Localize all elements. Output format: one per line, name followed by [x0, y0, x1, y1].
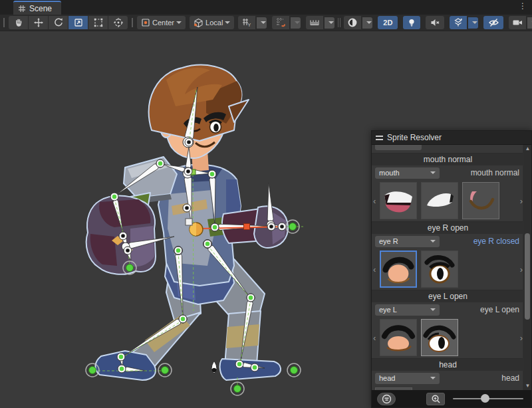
scroll-up-icon[interactable]: ▲	[523, 145, 531, 153]
orientation-dropdown[interactable]: Local	[190, 16, 234, 29]
scene-toolbar: Center Local Y 2D	[0, 15, 532, 31]
section-header-head: head	[372, 358, 524, 371]
render-doodads-button[interactable]	[344, 16, 361, 29]
head-value-label: head	[444, 373, 521, 383]
pivot-center-icon	[141, 18, 150, 27]
eye-r-thumbnails: ‹ ›	[372, 249, 524, 290]
head-category-dropdown[interactable]: head	[375, 373, 440, 384]
toolbar-drag-handle[interactable]	[3, 18, 5, 27]
gizmo-circle-icon	[347, 17, 358, 28]
thumbnail-mouth-open[interactable]	[380, 182, 417, 219]
thumbnail-mouth-smile[interactable]	[462, 182, 499, 219]
thumbnail-eye-l-open[interactable]	[421, 319, 458, 356]
effects-toggle-button[interactable]	[450, 16, 467, 29]
thumbnail-eye-r-closed[interactable]	[380, 251, 417, 288]
mouth-control-row: mouth mouth normal	[372, 165, 524, 180]
mouth-thumbnails: ‹ ›	[372, 180, 524, 221]
toolbar-drag-handle[interactable]	[338, 18, 340, 27]
effects-dropdown[interactable]	[468, 17, 478, 29]
render-doodads-dropdown[interactable]	[362, 17, 372, 29]
eye-slash-icon	[488, 17, 499, 28]
panel-body: mouth normal mouth mouth normal ‹ › eye …	[372, 145, 531, 407]
rect-tool-button[interactable]	[88, 16, 108, 29]
carousel-left-icon[interactable]: ‹	[373, 265, 376, 274]
chevron-down-icon	[176, 21, 182, 24]
camera-dropdown[interactable]	[527, 17, 532, 29]
local-cube-icon	[194, 18, 203, 28]
filter-icon	[382, 394, 392, 404]
panel-footer	[372, 390, 531, 407]
thumbnail-eye-l-closed[interactable]	[380, 319, 417, 356]
clipped-dropdown[interactable]	[375, 145, 422, 150]
tab-scene[interactable]: Scene	[13, 1, 61, 15]
grid-axis-icon: Y	[241, 17, 252, 28]
clipped-row	[372, 145, 524, 153]
grid-visibility-button[interactable]: Y	[238, 16, 255, 29]
transform-icon	[113, 17, 124, 28]
carousel-left-icon[interactable]: ‹	[373, 197, 376, 205]
eye-r-value-link[interactable]: eye R closed	[444, 237, 521, 246]
sprite-resolver-panel: Sprite Resolver mouth normal mouth mouth…	[371, 130, 532, 408]
audio-muted-icon	[430, 17, 440, 28]
move-icon	[33, 17, 44, 28]
eye-l-control-row: eye L eye L open	[372, 302, 524, 317]
rotate-icon	[53, 17, 64, 28]
tab-strip: Scene ⋮	[0, 0, 532, 15]
orientation-label: Local	[205, 19, 223, 27]
scale-icon	[73, 17, 84, 28]
snap-magnet-icon	[275, 17, 286, 28]
pivot-mode-dropdown[interactable]: Center	[137, 16, 186, 29]
panel-menu-icon[interactable]	[376, 136, 383, 140]
svg-text:Y: Y	[248, 23, 251, 27]
chevron-down-icon	[225, 21, 230, 24]
hidden-objects-button[interactable]	[483, 16, 503, 29]
lighting-toggle-button[interactable]	[403, 16, 420, 29]
scene-grid-icon	[18, 5, 26, 13]
rotate-tool-button[interactable]	[49, 16, 68, 29]
zoom-button[interactable]	[426, 393, 445, 405]
2d-label: 2D	[383, 19, 392, 27]
increment-snap-button[interactable]	[306, 16, 323, 29]
mouth-value-label: mouth normal	[444, 168, 521, 177]
scroll-down-icon[interactable]: ▼	[523, 382, 531, 390]
eye-l-category-dropdown[interactable]: eye L	[375, 304, 440, 316]
panel-scroll-content: mouth normal mouth mouth normal ‹ › eye …	[372, 145, 524, 390]
slider-handle[interactable]	[481, 394, 489, 403]
eye-r-control-row: eye R eye R closed	[372, 234, 524, 249]
camera-button[interactable]	[509, 16, 526, 29]
increment-snap-dropdown[interactable]	[325, 17, 334, 29]
audio-toggle-button[interactable]	[426, 16, 444, 29]
hand-tool-button[interactable]	[9, 16, 28, 29]
thumbnail-mouth-closed[interactable]	[421, 182, 458, 219]
move-tool-button[interactable]	[29, 16, 48, 29]
head-control-row: head head	[372, 371, 524, 385]
scrollbar-thumb[interactable]	[525, 233, 530, 320]
thumbnail-eye-r-open[interactable]	[421, 251, 458, 288]
clipped-thumbnail-row	[372, 385, 524, 390]
pivot-mode-label: Center	[152, 19, 174, 27]
thumbnail-zoom-slider[interactable]	[453, 392, 526, 405]
transform-tool-button[interactable]	[108, 16, 128, 29]
carousel-left-icon[interactable]: ‹	[373, 334, 376, 342]
kebab-menu-icon[interactable]: ⋮	[519, 2, 527, 10]
tool-group	[9, 16, 128, 29]
section-header-eye-r: eye R open	[372, 221, 524, 234]
snap-dropdown-disabled[interactable]	[291, 17, 301, 29]
toolbar-drag-handle[interactable]	[132, 18, 133, 27]
filter-button[interactable]	[377, 393, 396, 405]
eye-l-value-label: eye L open	[444, 305, 521, 314]
tab-label: Scene	[29, 4, 52, 13]
snap-toggle-button[interactable]	[272, 16, 289, 29]
2d-mode-button[interactable]: 2D	[378, 16, 398, 29]
grid-visibility-dropdown[interactable]	[257, 17, 267, 29]
eye-l-thumbnails: ‹ ›	[372, 317, 524, 358]
panel-scrollbar[interactable]: ▲ ▼	[523, 145, 531, 390]
eye-r-category-dropdown[interactable]: eye R	[375, 236, 440, 247]
panel-header[interactable]: Sprite Resolver	[372, 131, 531, 145]
mouth-category-dropdown[interactable]: mouth	[375, 167, 440, 179]
section-header-eye-l: eye L open	[372, 290, 524, 302]
scale-tool-button[interactable]	[68, 16, 88, 29]
camera-icon	[512, 18, 523, 27]
toolbar-right-cluster: Y 2D	[238, 16, 532, 29]
hand-icon	[13, 17, 24, 28]
